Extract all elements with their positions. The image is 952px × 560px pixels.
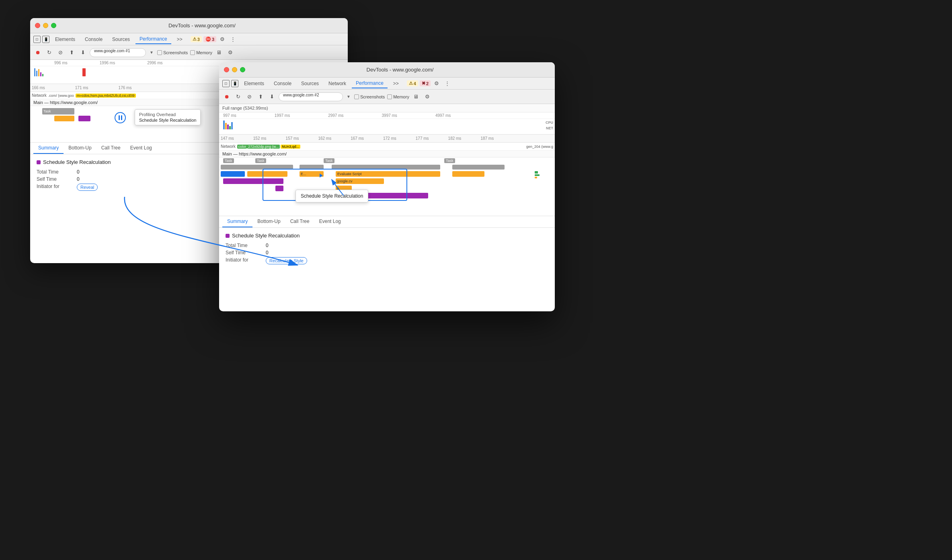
tab-sources-2[interactable]: Sources: [297, 79, 323, 88]
network-params-2: NUn3,qd...: [281, 145, 300, 149]
task-label-2: Task: [255, 158, 266, 163]
tab-more-1[interactable]: >>: [173, 35, 187, 44]
more-icon-2[interactable]: ⋮: [443, 79, 451, 88]
bottom-panel-2: Summary Bottom-Up Call Tree Event Log Sc…: [219, 216, 555, 271]
perf-toolbar-2: ⏺ ↻ ⊘ ⬆ ⬇ www.google.com #2 ▼ Screenshot…: [219, 90, 555, 104]
mid-mark-1c: 176 ms: [119, 86, 132, 90]
memory-label-1: Memory: [196, 50, 212, 55]
cpu-icon-1[interactable]: 🖥: [215, 48, 224, 57]
task-label-1: Task: [223, 158, 234, 163]
tab-performance-2[interactable]: Performance: [352, 79, 388, 88]
network-img-2: color_272x92dp.png (w...: [237, 145, 280, 149]
upload-icon-2[interactable]: ⬆: [256, 92, 265, 101]
cpu-icon-2[interactable]: 🖥: [412, 92, 421, 101]
summary-tab-2[interactable]: Summary: [222, 216, 252, 227]
w2-time-3: 2997 ms: [328, 113, 343, 118]
memory-group-1: Memory: [190, 50, 212, 55]
memory-checkbox-1[interactable]: [190, 50, 195, 55]
tab-elements-2[interactable]: Elements: [240, 79, 268, 88]
inspect-icon-2[interactable]: ⊡: [222, 80, 230, 87]
record-icon-2[interactable]: ⏺: [222, 92, 231, 101]
settings-icon-2[interactable]: ⚙: [432, 79, 441, 88]
tab-sources-1[interactable]: Sources: [108, 35, 134, 44]
main-thread-label-2: Main — https://www.google.com/: [219, 151, 555, 157]
maximize-button-1[interactable]: [51, 23, 56, 28]
fb-evaluate-script: Evaluate Script: [336, 171, 440, 177]
flame-area-2: Task Task Task Task E... Evaluate Script…: [219, 157, 555, 216]
url-dropdown-1[interactable]: ▼: [148, 49, 155, 56]
call-tree-tab-1[interactable]: Call Tree: [96, 143, 125, 154]
bottom-up-tab-1[interactable]: Bottom-Up: [64, 143, 96, 154]
minimize-button-1[interactable]: [43, 23, 48, 28]
settings-icon-1[interactable]: ⚙: [218, 35, 227, 44]
self-time-key-1: Self Time: [37, 176, 77, 182]
screenshots-checkbox-2[interactable]: [354, 94, 359, 99]
memory-group-2: Memory: [387, 94, 409, 99]
tab-console-2[interactable]: Console: [270, 79, 295, 88]
tooltip-1: Profiling Overhead Schedule Style Recalc…: [135, 109, 201, 125]
close-button-1[interactable]: [35, 23, 40, 28]
device-icon[interactable]: 📱: [42, 36, 49, 43]
mid-mark-2f: 172 ms: [383, 136, 396, 141]
memory-checkbox-2[interactable]: [387, 94, 392, 99]
summary-tab-1[interactable]: Summary: [33, 143, 64, 154]
url-input-1[interactable]: www.google.com #1: [90, 48, 146, 57]
w2-time-2: 1997 ms: [275, 113, 290, 118]
screenshots-checkbox-1[interactable]: [157, 50, 162, 55]
self-time-val-2: 0: [266, 250, 269, 255]
time-mark-1c: 2996 ms: [147, 61, 162, 65]
error-badge-2: ✖ 2: [420, 80, 431, 86]
summary-panel-2: Schedule Style Recalculation Total Time …: [219, 228, 555, 271]
maximize-button-2[interactable]: [240, 67, 245, 72]
task-label-3: Task: [324, 158, 334, 163]
download-icon-2[interactable]: ⬇: [267, 92, 276, 101]
fb-yellow-2: [452, 171, 484, 177]
upload-icon-1[interactable]: ⬆: [67, 48, 76, 57]
network-url-partial-1: .com/ (www.goo: [48, 94, 74, 98]
perf-settings-icon-2[interactable]: ⚙: [423, 92, 432, 101]
green-bars: [535, 171, 547, 178]
close-button-2[interactable]: [224, 67, 229, 72]
tab-more-2[interactable]: >>: [389, 79, 403, 88]
tab-elements-1[interactable]: Elements: [51, 35, 79, 44]
reload-icon-1[interactable]: ↻: [45, 48, 53, 57]
reload-icon-2[interactable]: ↻: [234, 92, 242, 101]
warning-badge-1: ⚠ 3: [191, 36, 202, 42]
tab-performance-1[interactable]: Performance: [135, 35, 171, 44]
perf-settings-icon-1[interactable]: ⚙: [226, 48, 235, 57]
fb-blue-1: [221, 171, 245, 177]
bottom-tabs-2: Summary Bottom-Up Call Tree Event Log: [219, 216, 555, 228]
tab-console-1[interactable]: Console: [81, 35, 107, 44]
bottom-up-tab-2[interactable]: Bottom-Up: [252, 216, 285, 227]
task-bg-3: [332, 165, 440, 170]
recalculate-link[interactable]: Recalculate Style: [266, 257, 307, 264]
event-log-tab-2[interactable]: Event Log: [314, 216, 346, 227]
minimize-button-2[interactable]: [232, 67, 237, 72]
network-right-2: gen_204 (www.g: [526, 145, 553, 149]
perf-toolbar-1: ⏺ ↻ ⊘ ⬆ ⬇ www.google.com #1 ▼ Screenshot…: [30, 45, 348, 60]
reveal-link-1[interactable]: Reveal: [77, 184, 98, 191]
w2-time-1: 997 ms: [223, 113, 236, 118]
inspect-icon[interactable]: ⊡: [33, 36, 41, 43]
time-mark-1a: 996 ms: [54, 61, 68, 65]
record-icon-1[interactable]: ⏺: [33, 48, 42, 57]
arrow-head: [320, 174, 323, 178]
call-tree-tab-2[interactable]: Call Tree: [285, 216, 314, 227]
event-log-tab-1[interactable]: Event Log: [125, 143, 157, 154]
summary-title-2: Schedule Style Recalculation: [226, 233, 548, 239]
clear-icon-1[interactable]: ⊘: [56, 48, 65, 57]
clear-icon-2[interactable]: ⊘: [245, 92, 254, 101]
device-icon-2[interactable]: 📱: [231, 80, 238, 87]
url-dropdown-2[interactable]: ▼: [345, 94, 352, 100]
window-title-2: DevTools - www.google.com/: [250, 67, 550, 73]
network-label-1: Network: [32, 93, 47, 98]
url-input-2[interactable]: www.google.com #2: [279, 92, 343, 101]
fb-yellow-1: [247, 171, 287, 177]
download-icon-1[interactable]: ⬇: [78, 48, 87, 57]
more-icon-1[interactable]: ⋮: [228, 35, 237, 44]
tab-network-2[interactable]: Network: [324, 79, 350, 88]
memory-label-2: Memory: [393, 94, 409, 99]
initiator-row-2: Initiator for Recalculate Style: [226, 257, 548, 264]
tab-bar-1: ⊡ 📱 Elements Console Sources Performance…: [30, 33, 348, 45]
mid-mark-2a: 147 ms: [221, 136, 234, 141]
